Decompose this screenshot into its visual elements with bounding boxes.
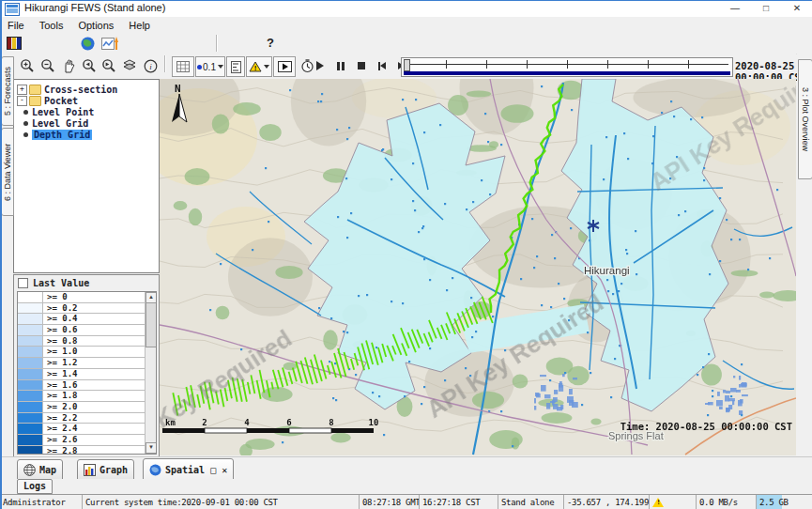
play-button[interactable] — [313, 59, 328, 72]
chart-arrow-icon[interactable] — [100, 36, 118, 51]
side-tab-plot-overview[interactable]: 3 : Plot Overview — [798, 59, 812, 179]
tree-label: Depth Grid — [32, 130, 92, 140]
help-button[interactable]: ? — [263, 34, 278, 51]
menu-help[interactable]: Help — [121, 20, 158, 31]
last-value-checkbox[interactable] — [18, 278, 28, 288]
scrollbar-thumb[interactable] — [146, 302, 157, 347]
warning-icon[interactable] — [652, 498, 664, 507]
zoom-out-button[interactable] — [39, 57, 56, 74]
legend-threshold-label: >= 2.2 — [43, 413, 156, 424]
line-chart-up-icon — [101, 37, 118, 51]
status-gmt-time: 08:27:18 GMT — [359, 495, 419, 509]
legend-row: >= 1.2 — [18, 358, 156, 369]
tree-expander-icon[interactable]: - — [17, 96, 27, 106]
legend-row: >= 1.0 — [18, 347, 156, 358]
tree-item-level-grid[interactable]: Level Grid — [14, 117, 159, 129]
window-border-top — [0, 0, 812, 1]
map-view[interactable]: API Key Required API Key Required API Ke… — [160, 79, 796, 455]
menu-file[interactable]: File — [0, 20, 32, 31]
scale-legend-button[interactable] — [226, 56, 245, 77]
globe-icon — [81, 37, 95, 51]
timeseries-display-icon[interactable] — [6, 36, 23, 51]
legend-table: >= 0>= 0.2>= 0.4>= 0.6>= 0.8>= 1.0>= 1.2… — [17, 291, 157, 455]
tree-item-cross-section[interactable]: +Cross-section — [14, 84, 159, 95]
tab-maximize-icon[interactable]: □ — [210, 465, 216, 475]
legend-row: >= 0 — [18, 292, 156, 303]
contour-interval-dropdown[interactable]: 0.1 — [195, 56, 225, 77]
status-coordinates: -35.657 , 174.199 — [563, 495, 649, 509]
step-first-button[interactable] — [375, 59, 390, 72]
status-warning[interactable] — [649, 495, 696, 509]
tree-expander-icon[interactable]: + — [17, 85, 27, 95]
spatial-display-icon[interactable] — [80, 36, 96, 51]
zoom-in-button[interactable] — [19, 57, 36, 74]
tree-item-level-point[interactable]: Level Point — [14, 106, 159, 117]
pan-button[interactable] — [60, 57, 77, 74]
pause-button[interactable] — [333, 59, 348, 72]
legend-swatch — [18, 325, 43, 335]
legend-swatch — [18, 446, 43, 455]
bottom-tab-bar: Map Graph Spatial □ ✕ — [0, 456, 812, 480]
scroll-down-icon[interactable]: ▼ — [146, 442, 157, 454]
tree-item-depth-grid[interactable]: Depth Grid — [14, 129, 159, 140]
side-tab-forecasts[interactable]: 5 : Forecasts — [1, 56, 14, 126]
status-text: 08:27:18 GMT — [362, 498, 419, 507]
status-text: Administrator — [3, 498, 66, 507]
wireframe-globe-icon — [23, 464, 36, 476]
legend-threshold-label: >= 0.2 — [43, 303, 156, 314]
grid-icon — [176, 61, 190, 72]
layers-button[interactable] — [121, 57, 138, 74]
side-tab-data-viewer[interactable]: 6 : Data Viewer — [1, 128, 14, 216]
legend-swatch — [18, 336, 43, 347]
status-user: Administrator — [0, 495, 82, 509]
tree-label: Cross-section — [44, 85, 117, 95]
tree-item-pocket[interactable]: -Pocket — [14, 95, 159, 106]
magnifier-icon — [101, 58, 116, 73]
tab-spatial[interactable]: Spatial □ ✕ — [143, 458, 234, 481]
tab-graph[interactable]: Graph — [77, 459, 134, 480]
chevron-down-icon — [264, 65, 269, 69]
window-title: Hikurangi FEWS (Stand alone) — [24, 2, 165, 13]
svg-text:10: 10 — [369, 418, 379, 427]
play-icon — [316, 61, 324, 70]
folder-icon — [29, 96, 41, 106]
legend-row: >= 2.0 — [18, 402, 156, 413]
main-toolbar: ? — [0, 33, 812, 54]
chevron-down-icon — [218, 65, 223, 69]
toolbar-separator — [164, 55, 166, 72]
minimize-button[interactable]: — — [721, 0, 749, 17]
menu-options[interactable]: Options — [70, 20, 121, 31]
tab-graph-label: Graph — [100, 465, 128, 475]
folder-icon — [29, 85, 41, 95]
tree-label: Pocket — [44, 96, 78, 106]
legend-threshold-label: >= 2.0 — [43, 402, 156, 412]
status-memory[interactable]: 2.5 GB — [756, 495, 812, 509]
timeline-slider[interactable] — [401, 57, 733, 77]
legend-threshold-label: >= 0.4 — [43, 314, 156, 324]
legend-swatch — [18, 424, 43, 434]
svg-text:8: 8 — [329, 418, 333, 427]
status-throughput[interactable]: 0.0 MB/s — [696, 495, 756, 509]
zoom-next-button[interactable] — [100, 57, 117, 74]
logs-tab[interactable]: Logs — [17, 479, 53, 494]
animation-button[interactable] — [273, 56, 296, 77]
legend-threshold-label: >= 2.4 — [43, 424, 156, 434]
grid-layer-button[interactable] — [172, 56, 194, 77]
legend-row: >= 0.6 — [18, 325, 156, 336]
zoom-previous-button[interactable] — [81, 57, 98, 74]
menu-tools[interactable]: Tools — [32, 20, 71, 31]
svg-text:4: 4 — [244, 418, 250, 427]
stop-button[interactable] — [354, 59, 369, 72]
close-button[interactable]: ✕ — [783, 0, 811, 17]
timeline-handle[interactable] — [404, 59, 410, 71]
tab-close-icon[interactable]: ✕ — [222, 465, 227, 475]
tab-map[interactable]: Map — [17, 459, 63, 480]
status-text: Stand alone — [501, 498, 554, 507]
legend-scrollbar[interactable]: ▲ ▼ — [145, 292, 156, 454]
info-button[interactable]: i — [142, 57, 159, 74]
status-text: 2.5 GB — [759, 498, 789, 507]
maximize-button[interactable]: □ — [752, 0, 780, 17]
label-hikurangi: Hikurangi — [584, 265, 630, 276]
info-icon: i — [144, 59, 158, 73]
warnings-dropdown[interactable]: ! — [246, 56, 272, 77]
